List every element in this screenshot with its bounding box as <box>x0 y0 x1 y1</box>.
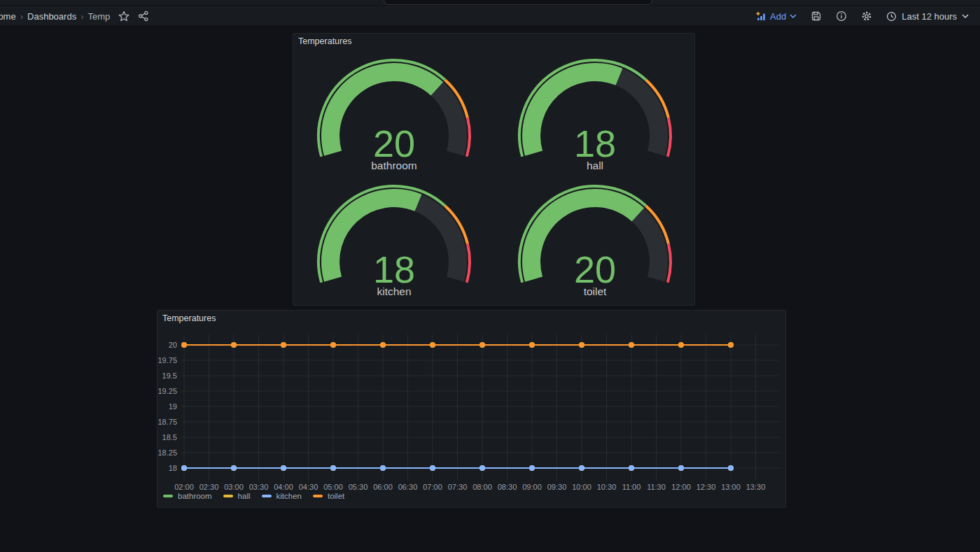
legend-label: toilet <box>328 492 344 500</box>
breadcrumb: Home › Dashboards › Temp <box>0 11 110 22</box>
data-point-toilet[interactable] <box>579 342 584 348</box>
y-axis-tick-label: 18.5 <box>158 433 177 442</box>
data-point-kitchen[interactable] <box>281 465 286 471</box>
legend-marker <box>262 495 272 497</box>
grafana-dashboard: Home › Dashboards › Temp <box>0 0 980 552</box>
data-point-toilet[interactable] <box>330 342 336 348</box>
favorite-star-button[interactable] <box>118 8 130 24</box>
add-button[interactable]: Add <box>755 10 797 22</box>
legend-item-hall[interactable]: hall <box>223 492 251 500</box>
gauge-value: 20 <box>574 248 616 290</box>
legend-label: bathroom <box>178 492 212 500</box>
time-range-picker[interactable]: Last 12 hours <box>886 11 969 22</box>
gauge-panel-title[interactable]: Temperatures <box>298 36 351 46</box>
timeseries-panel-title[interactable]: Temperatures <box>162 313 216 323</box>
chevron-right-icon: › <box>20 11 23 22</box>
legend-label: hall <box>238 492 251 500</box>
chevron-down-icon <box>962 14 969 18</box>
time-range-label: Last 12 hours <box>902 11 957 22</box>
legend-marker <box>313 495 323 497</box>
add-button-label: Add <box>770 11 786 22</box>
y-axis-tick-label: 19 <box>158 402 177 411</box>
breadcrumb-current-temp: Temp <box>88 11 110 22</box>
timeseries-plot[interactable] <box>181 334 779 481</box>
legend-marker <box>223 495 233 497</box>
gauge-value: 20 <box>373 122 415 164</box>
y-axis-tick-label: 18.75 <box>158 418 177 427</box>
breadcrumb-home[interactable]: Home <box>0 11 16 22</box>
data-point-toilet[interactable] <box>479 342 485 348</box>
threshold-red <box>668 243 671 282</box>
gauge-value: 18 <box>574 122 616 164</box>
legend-marker <box>163 495 173 497</box>
data-point-kitchen[interactable] <box>579 465 584 471</box>
data-point-toilet[interactable] <box>231 342 237 348</box>
add-panel-icon <box>755 10 766 22</box>
star-icon <box>118 10 130 22</box>
save-icon <box>811 10 822 22</box>
data-point-toilet[interactable] <box>181 342 187 348</box>
y-axis-tick-label: 18 <box>158 464 177 473</box>
data-point-kitchen[interactable] <box>678 465 684 471</box>
gauge-panel: Temperatures 20bathroom 18hall 18kitchen… <box>293 33 695 306</box>
legend-label: kitchen <box>276 492 302 500</box>
gauge-kitchen: 18kitchen <box>314 175 475 301</box>
data-point-kitchen[interactable] <box>629 465 634 471</box>
info-circle-icon <box>836 10 847 22</box>
data-point-kitchen[interactable] <box>181 465 187 471</box>
gauge-toilet: 20toilet <box>514 175 676 301</box>
legend-item-kitchen[interactable]: kitchen <box>262 492 302 500</box>
data-point-toilet[interactable] <box>629 342 634 348</box>
dashboard-settings-button[interactable] <box>861 8 872 24</box>
gauge-hall: 18hall <box>514 49 676 175</box>
data-point-toilet[interactable] <box>728 342 734 348</box>
save-dashboard-button[interactable] <box>811 8 822 24</box>
gauge-bathroom: 20bathroom <box>314 49 475 175</box>
chevron-down-icon <box>790 14 797 18</box>
share-button[interactable] <box>138 8 149 24</box>
clock-icon <box>886 11 897 22</box>
topbar-row: Home › Dashboards › Temp <box>0 6 980 27</box>
legend: bathroomhallkitchentoilet <box>163 492 344 500</box>
data-point-kitchen[interactable] <box>380 465 386 471</box>
data-point-toilet[interactable] <box>281 342 286 348</box>
data-point-toilet[interactable] <box>380 342 386 348</box>
data-point-toilet[interactable] <box>529 342 535 348</box>
threshold-red <box>467 118 470 156</box>
y-axis-tick-label: 19.25 <box>158 387 177 396</box>
legend-item-bathroom[interactable]: bathroom <box>163 492 212 500</box>
data-point-kitchen[interactable] <box>430 465 435 471</box>
threshold-red <box>467 243 470 282</box>
gauge-value: 18 <box>373 248 415 290</box>
y-axis-tick-label: 18.25 <box>158 448 177 458</box>
top-navigation-bar: Home › Dashboards › Temp <box>0 0 980 27</box>
gauge-label: bathroom <box>371 160 416 171</box>
data-point-kitchen[interactable] <box>529 465 535 471</box>
chevron-right-icon: › <box>80 11 83 22</box>
data-point-toilet[interactable] <box>430 342 435 348</box>
data-point-kitchen[interactable] <box>330 465 336 471</box>
dashboard-insights-button[interactable] <box>836 8 847 24</box>
y-axis-tick-label: 20 <box>158 341 177 350</box>
search-input[interactable] <box>384 0 652 5</box>
gauge-label: toilet <box>584 285 607 297</box>
gauge-label: hall <box>587 160 603 171</box>
threshold-red <box>668 118 671 156</box>
y-axis-tick-label: 19.5 <box>158 371 177 381</box>
breadcrumb-dashboards[interactable]: Dashboards <box>27 11 76 22</box>
data-point-kitchen[interactable] <box>479 465 485 471</box>
data-point-kitchen[interactable] <box>728 465 734 471</box>
timeseries-panel: Temperatures 2019.7519.519.251918.7518.5… <box>157 310 786 508</box>
x-axis-tick-label: 13:30 <box>741 483 771 491</box>
dashboard-actions <box>118 8 149 24</box>
share-icon <box>138 10 149 22</box>
data-point-toilet[interactable] <box>678 342 684 348</box>
topbar-right-actions: Add <box>755 8 980 24</box>
gear-icon <box>861 10 872 22</box>
data-point-kitchen[interactable] <box>231 465 237 471</box>
y-axis-tick-label: 19.75 <box>158 356 177 365</box>
legend-item-toilet[interactable]: toilet <box>313 492 344 500</box>
gauge-label: kitchen <box>377 285 411 297</box>
